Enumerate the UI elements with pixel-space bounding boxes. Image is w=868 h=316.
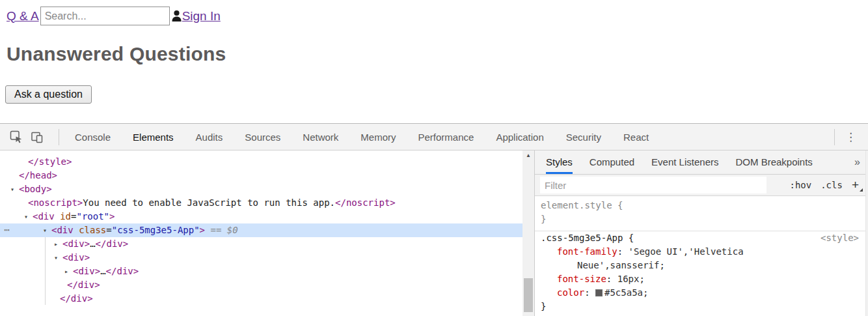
- person-icon: [171, 10, 182, 22]
- code-token: …: [100, 266, 105, 276]
- collapse-triangle-icon[interactable]: ▾: [10, 182, 14, 196]
- expand-triangle-icon[interactable]: ▸: [64, 265, 68, 278]
- row-overflow-icon: ⋯: [4, 223, 10, 237]
- scroll-up-icon[interactable]: ▲: [522, 151, 534, 160]
- code-token: You need to enable JavaScript to run thi…: [83, 197, 335, 208]
- elements-tree-row[interactable]: ▾<body>: [0, 182, 522, 196]
- style-rule: element.style {}: [535, 199, 868, 231]
- code-token: <div>: [73, 266, 100, 276]
- expand-triangle-icon[interactable]: ▸: [54, 237, 58, 251]
- code-token: …: [90, 238, 95, 249]
- devtools-tab-performance[interactable]: Performance: [418, 132, 474, 143]
- devtools-tab-console[interactable]: Console: [75, 132, 111, 143]
- code-token: "root": [76, 211, 109, 222]
- search-input[interactable]: [40, 7, 170, 25]
- elements-tree-row[interactable]: ▾<div id="root">: [0, 210, 522, 223]
- toggle-pseudo-classes-button[interactable]: :hov: [789, 180, 811, 190]
- code-token: "css-5mg3e5-App": [112, 225, 200, 235]
- code-token: <div: [33, 211, 55, 222]
- devtools-tab-react[interactable]: React: [623, 132, 649, 143]
- code-token: == $0: [205, 225, 238, 235]
- toolbar-divider: [59, 129, 59, 145]
- top-navigation: Q & A Sign In: [7, 7, 221, 25]
- code-token: </div>: [96, 238, 129, 249]
- devtools-tab-elements[interactable]: Elements: [133, 132, 174, 143]
- inspect-element-button[interactable]: [9, 130, 23, 144]
- code-token: </style>: [28, 156, 72, 167]
- code-token: =: [106, 225, 111, 235]
- devtools-body: </style></head>▾<body><noscript>You need…: [0, 151, 868, 316]
- code-token: id: [55, 211, 71, 222]
- sign-in-label: Sign In: [182, 9, 221, 23]
- sign-in-link[interactable]: Sign In: [171, 9, 221, 23]
- elements-tree-row[interactable]: </style>: [0, 155, 522, 169]
- styles-filter-input[interactable]: [540, 177, 766, 194]
- rule-selector[interactable]: .css-5mg3e5-App: [541, 233, 623, 243]
- elements-tree-row[interactable]: ▸<div>…</div>: [0, 265, 522, 278]
- toggle-element-classes-button[interactable]: .cls: [821, 180, 843, 190]
- devtools-tab-memory[interactable]: Memory: [360, 132, 396, 143]
- code-token: <body>: [19, 184, 52, 194]
- css-property[interactable]: font-size: 16px;: [535, 272, 776, 286]
- code-token: <div: [51, 225, 74, 235]
- devtools-tab-security[interactable]: Security: [566, 132, 601, 143]
- code-token: class: [74, 225, 107, 235]
- styles-scrollbar-track: [865, 151, 868, 316]
- rule-selector[interactable]: element.style: [541, 200, 612, 210]
- site-header: Q & A Sign In Unanswered Questions Ask a…: [0, 0, 868, 124]
- screen: Q & A Sign In Unanswered Questions Ask a…: [0, 0, 868, 316]
- qa-home-link[interactable]: Q & A: [7, 9, 39, 23]
- code-token: </div>: [67, 280, 100, 290]
- elements-tree-row[interactable]: </div>: [0, 292, 522, 306]
- collapse-triangle-icon[interactable]: ▾: [24, 210, 28, 223]
- color-swatch[interactable]: [595, 289, 603, 296]
- styles-sidebar: StylesComputedEvent ListenersDOM Breakpo…: [535, 151, 868, 316]
- code-token: <div>: [62, 238, 90, 249]
- collapse-triangle-icon[interactable]: ▾: [43, 223, 47, 237]
- new-style-rule-button[interactable]: +: [852, 178, 863, 192]
- device-toolbar-button[interactable]: [30, 130, 44, 144]
- sidebar-tab-styles[interactable]: Styles: [546, 151, 573, 174]
- code-token: </div>: [106, 266, 139, 276]
- sidebar-tab-event-listeners[interactable]: Event Listeners: [651, 151, 718, 174]
- code-token: </div>: [60, 293, 93, 304]
- style-origin-link[interactable]: <style>: [821, 231, 859, 245]
- css-property[interactable]: font-family: 'Segoe UI','Helvetica Neue'…: [535, 245, 776, 272]
- elements-tree-row[interactable]: ▾<div>: [0, 251, 522, 265]
- devtools-toolbar: ConsoleElementsAuditsSourcesNetworkMemor…: [0, 124, 868, 151]
- code-token: </head>: [19, 170, 57, 180]
- code-token: </noscript>: [335, 197, 396, 208]
- styles-content: element.style {}<style>.css-5mg3e5-App {…: [535, 196, 868, 316]
- style-rule: <style>.css-5mg3e5-App {font-family: 'Se…: [535, 231, 868, 316]
- elements-tree-row[interactable]: ▸<div>…</div>: [0, 237, 522, 251]
- toolbar-divider: [834, 129, 835, 145]
- more-options-icon[interactable]: ⋮: [843, 130, 859, 144]
- elements-tree-row[interactable]: </div>: [0, 278, 522, 292]
- elements-tree-pane: </style></head>▾<body><noscript>You need…: [0, 151, 522, 316]
- code-token: <div>: [62, 252, 90, 263]
- devtools-panel: ConsoleElementsAuditsSourcesNetworkMemor…: [0, 123, 868, 316]
- page-title: Unanswered Questions: [7, 43, 226, 65]
- sidebar-tab-dom-breakpoints[interactable]: DOM Breakpoints: [735, 151, 812, 174]
- code-token: >: [109, 211, 115, 222]
- sidebar-overflow-icon[interactable]: »: [854, 151, 860, 174]
- devtools-tab-sources[interactable]: Sources: [245, 132, 280, 143]
- vertical-scrollbar[interactable]: ▲: [522, 151, 534, 316]
- elements-tree-row[interactable]: ⋯▾<div class="css-5mg3e5-App"> == $0: [0, 223, 522, 237]
- css-property[interactable]: color: #5c5a5a;: [535, 286, 776, 300]
- sidebar-tab-bar: StylesComputedEvent ListenersDOM Breakpo…: [535, 151, 868, 175]
- ask-question-button[interactable]: Ask a question: [5, 85, 92, 104]
- collapse-triangle-icon[interactable]: ▾: [54, 251, 58, 265]
- sidebar-tab-computed[interactable]: Computed: [590, 151, 634, 174]
- devtools-tab-network[interactable]: Network: [303, 132, 338, 143]
- code-token: >: [200, 225, 205, 235]
- code-token: <noscript>: [28, 197, 83, 208]
- devtools-tab-application[interactable]: Application: [496, 132, 543, 143]
- devtools-tab-audits[interactable]: Audits: [196, 132, 223, 143]
- scrollbar-thumb[interactable]: [524, 278, 533, 312]
- elements-tree-row[interactable]: </head>: [0, 169, 522, 182]
- styles-filter-row: :hov .cls +: [535, 175, 868, 196]
- elements-tree-row[interactable]: <noscript>You need to enable JavaScript …: [0, 196, 522, 210]
- devtools-tab-bar: ConsoleElementsAuditsSourcesNetworkMemor…: [67, 124, 649, 150]
